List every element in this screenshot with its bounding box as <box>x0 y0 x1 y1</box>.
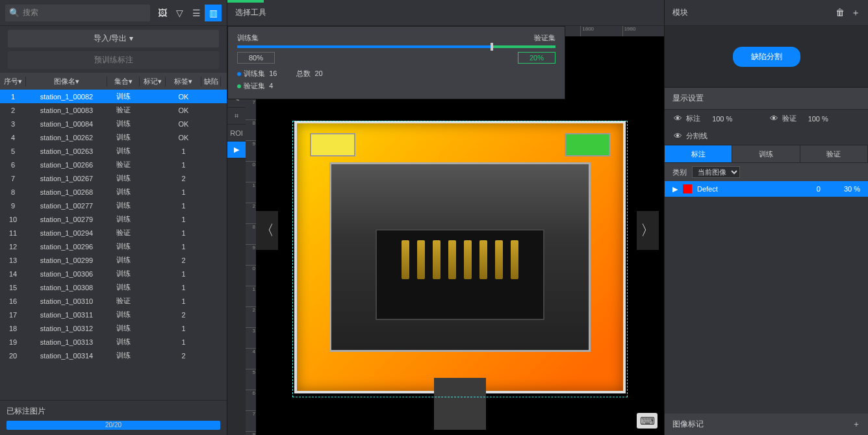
dataset-split-panel: 训练集 验证集 80% 20% 训练集 16 总数 20 验证集 4 <box>227 26 565 99</box>
list-view-icon[interactable]: ☰ <box>188 5 205 21</box>
col-name[interactable]: 图像名▾ <box>26 77 107 86</box>
valid-set-label: 验证集 <box>534 33 555 43</box>
tab-train[interactable]: 训练 <box>732 145 800 162</box>
left-panel: 🔍 搜索 🖼 ▽ ☰ ▥ 导入/导出 ▾ 预训练标注 序号▾ 图像名▾ 集合▾ … <box>0 0 227 435</box>
table-row[interactable]: 20station_1_00314训练2 <box>0 349 227 362</box>
train-set-label: 训练集 <box>237 33 259 43</box>
table-row[interactable]: 7station_1_00267训练2 <box>0 171 227 185</box>
col-idx[interactable]: 序号▾ <box>0 77 26 86</box>
tool-crop[interactable]: ⌗ <box>227 108 246 125</box>
search-input[interactable]: 🔍 搜索 <box>5 5 150 21</box>
table-row[interactable]: 12station_1_00296训练1 <box>0 240 227 253</box>
table-row[interactable]: 2station_1_00083验证OK <box>0 103 227 117</box>
class-label: 类别 <box>672 168 687 177</box>
table-row[interactable]: 4station_1_00262训练OK <box>0 130 227 144</box>
tool-roi[interactable]: ROI <box>227 125 246 142</box>
module-defect-seg-button[interactable]: 缺陷分割 <box>733 47 800 67</box>
eye-label-icon[interactable]: 👁 <box>674 114 682 123</box>
table-row[interactable]: 5station_1_00263训练1 <box>0 144 227 158</box>
delete-module-icon[interactable]: 🗑 <box>836 7 845 19</box>
table-row[interactable]: 6station_1_00266验证1 <box>0 158 227 171</box>
add-module-icon[interactable]: ＋ <box>851 7 860 19</box>
label-progress: 20/20 <box>6 421 220 430</box>
tool-select[interactable]: ▶ <box>227 142 246 158</box>
active-tag-indicator <box>227 0 264 3</box>
table-row[interactable]: 15station_1_00308训练1 <box>0 280 227 294</box>
table-row[interactable]: 18station_1_00312训练1 <box>0 321 227 335</box>
filter-icon[interactable]: ▽ <box>171 5 188 21</box>
table-row[interactable]: 8station_1_00268训练1 <box>0 185 227 199</box>
search-icon: 🔍 <box>9 8 19 18</box>
table-row[interactable]: 10station_1_00279训练1 <box>0 212 227 226</box>
display-settings-title: 显示设置 <box>665 88 868 110</box>
module-title: 模块 <box>672 7 688 18</box>
tool-select-title: 选择工具 <box>235 7 266 18</box>
labeled-images-label: 已标注图片 <box>6 406 220 417</box>
tab-valid[interactable]: 验证 <box>800 145 868 162</box>
table-header: 序号▾ 图像名▾ 集合▾ 标记▾ 标签▾ 缺陷 <box>0 73 227 90</box>
class-pct: 30 % <box>844 185 860 193</box>
class-scope-select[interactable]: 当前图像 <box>692 166 740 178</box>
table-row[interactable]: 11station_1_00294验证1 <box>0 226 227 240</box>
image-mark-title: 图像标记 <box>672 419 704 430</box>
col-set[interactable]: 集合▾ <box>107 77 140 86</box>
tab-label[interactable]: 标注 <box>665 145 732 162</box>
table-row[interactable]: 14station_1_00306训练1 <box>0 267 227 280</box>
center-panel: 选择工具 训练集 验证集 80% 20% 训练集 16 总数 20 验证集 4 <box>227 0 664 435</box>
expand-icon[interactable]: ▶ <box>672 185 678 193</box>
class-name: Defect <box>697 185 718 193</box>
col-tag[interactable]: 标签▾ <box>166 77 201 86</box>
prev-image-button[interactable]: 〈 <box>256 211 278 250</box>
table-row[interactable]: 3station_1_00084训练OK <box>0 117 227 130</box>
valid-pct-box[interactable]: 20% <box>518 52 555 64</box>
table-row[interactable]: 17station_1_00311训练2 <box>0 308 227 321</box>
progress-text: 20/20 <box>6 421 220 430</box>
image-filter-icon[interactable]: 🖼 <box>154 5 171 21</box>
col-mark[interactable]: 标记▾ <box>140 77 166 86</box>
table-row[interactable]: 16station_1_00310验证1 <box>0 294 227 308</box>
eye-valid-icon[interactable]: 👁 <box>770 114 778 123</box>
train-pct-box[interactable]: 80% <box>237 52 275 64</box>
col-defect[interactable]: 缺陷 <box>201 77 221 86</box>
add-image-mark-icon[interactable]: ＋ <box>852 419 860 430</box>
keyboard-icon[interactable]: ⌨ <box>637 413 657 429</box>
eye-split-icon[interactable]: 👁 <box>674 131 682 141</box>
color-swatch <box>683 184 692 193</box>
right-panel: 模块 🗑 ＋ 缺陷分割 显示设置 👁标注 100 % 👁验证 100 % 👁分割… <box>664 0 868 435</box>
search-placeholder: 搜索 <box>23 7 38 18</box>
next-image-button[interactable]: 〉 <box>637 211 659 250</box>
led-green <box>565 133 610 156</box>
table-row[interactable]: 13station_1_00299训练2 <box>0 253 227 267</box>
table-row[interactable]: 19station_1_00313训练1 <box>0 335 227 349</box>
split-slider[interactable] <box>237 45 555 48</box>
image-table-body: 1station_1_00082训练OK2station_1_00083验证OK… <box>0 90 227 400</box>
led-yellow <box>310 133 355 156</box>
grid-view-icon[interactable]: ▥ <box>205 5 222 21</box>
class-item-defect[interactable]: ▶ Defect 0 30 % <box>665 181 868 197</box>
pretrain-button[interactable]: 预训练标注 <box>8 51 219 69</box>
table-row[interactable]: 9station_1_00277训练1 <box>0 199 227 212</box>
import-export-button[interactable]: 导入/导出 ▾ <box>8 30 219 47</box>
class-count: 0 <box>817 185 821 193</box>
table-row[interactable]: 1station_1_00082训练OK <box>0 90 227 103</box>
